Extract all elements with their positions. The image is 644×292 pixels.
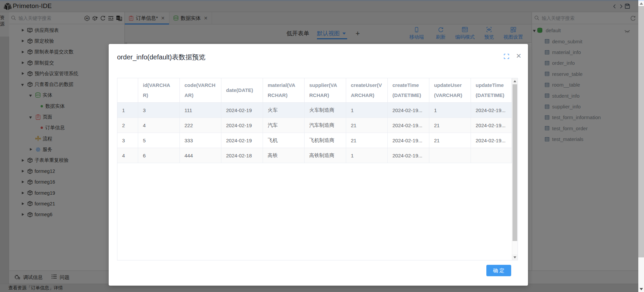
table-cell: 汽车	[263, 118, 305, 133]
scroll-down-icon[interactable]	[512, 254, 518, 260]
table-cell: 1	[429, 103, 471, 118]
scroll-up-icon[interactable]	[638, 1, 644, 6]
table-cell: 5	[138, 133, 180, 148]
table-cell: 21	[429, 118, 471, 133]
column-header[interactable]: createTime (DATETIME)	[388, 78, 429, 103]
table-cell	[429, 148, 471, 163]
table-row[interactable]: 242222024-02-19汽车汽车制造商212024-02-19...212…	[117, 118, 512, 133]
ok-button[interactable]: 确 定	[486, 265, 511, 276]
table-cell: 21	[429, 133, 471, 148]
table-scrollbar[interactable]	[512, 78, 518, 260]
table-cell: 2024-02-19...	[388, 148, 429, 163]
column-header[interactable]: updateUser (VARCHAR)	[429, 78, 471, 103]
column-header-label: updateUser (VARCHAR)	[434, 80, 462, 100]
table-cell: 2024-02-19	[221, 118, 263, 133]
dialog-title: order_info(default)表数据预览	[117, 53, 205, 62]
table-cell: 火车	[263, 103, 305, 118]
table-cell: 2024-02-19...	[471, 133, 512, 148]
scroll-down-icon[interactable]	[638, 286, 644, 292]
data-preview-dialog: order_info(default)表数据预览 × id(VARCHA R) …	[109, 44, 528, 286]
column-header-label: createUser(V ARCHAR)	[351, 80, 382, 100]
column-header-label: material(VA RCHAR)	[268, 80, 295, 100]
table-cell: 2024-02-18	[221, 148, 263, 163]
fullscreen-button[interactable]	[504, 54, 509, 60]
table-cell: 飞机制造商	[305, 133, 346, 148]
column-header[interactable]: createUser(V ARCHAR)	[346, 78, 388, 103]
table-cell: 2024-02-19	[221, 103, 263, 118]
table-cell: 21	[346, 118, 388, 133]
table-cell: 6	[138, 148, 180, 163]
close-icon[interactable]: ×	[516, 51, 521, 60]
table-cell: 高铁制造商	[305, 148, 346, 163]
scrollbar-thumb[interactable]	[513, 84, 517, 241]
table-cell: 4	[117, 148, 138, 163]
column-header[interactable]: date(DATE)	[221, 78, 263, 103]
fullscreen-icon	[504, 54, 509, 59]
table-cell: 3	[138, 103, 180, 118]
table-cell: 2	[117, 118, 138, 133]
table-cell: 1	[117, 103, 138, 118]
table-cell: 火车制造商	[305, 103, 346, 118]
table-row[interactable]: 131112024-02-19火车火车制造商12024-02-19...1202…	[117, 103, 512, 118]
table-cell: 21	[346, 133, 388, 148]
column-header[interactable]: updateTime (DATETIME)	[471, 78, 512, 103]
window-scrollbar[interactable]	[638, 0, 644, 292]
column-header-label: code(VARCH AR)	[184, 80, 215, 100]
table-cell: 2024-02-19...	[388, 133, 429, 148]
scroll-up-icon[interactable]	[512, 78, 518, 84]
column-header[interactable]: code(VARCH AR)	[180, 78, 221, 103]
table-cell: 2024-02-19...	[471, 118, 512, 133]
table-cell: 3	[117, 133, 138, 148]
column-header-label: id(VARCHA R)	[143, 80, 170, 100]
table-cell: 飞机	[263, 133, 305, 148]
table-cell: 111	[180, 103, 221, 118]
column-header-label: createTime (DATETIME)	[392, 80, 421, 100]
table-cell: 2024-02-19...	[471, 103, 512, 118]
table-cell: 222	[180, 118, 221, 133]
table-cell: 2024-02-19	[221, 133, 263, 148]
table-cell: 2024-02-19...	[388, 103, 429, 118]
dialog-header: order_info(default)表数据预览 ×	[109, 44, 528, 67]
table-cell: 4	[138, 118, 180, 133]
table-cell	[471, 148, 512, 163]
table-cell: 444	[180, 148, 221, 163]
column-header[interactable]: supplier(VA RCHAR)	[305, 78, 346, 103]
column-header[interactable]: id(VARCHA R)	[138, 78, 180, 103]
table-cell: 1	[346, 103, 388, 118]
column-header[interactable]: material(VA RCHAR)	[263, 78, 305, 103]
column-header-label: supplier(VA RCHAR)	[309, 80, 337, 100]
table-row[interactable]: 464442024-02-18高铁高铁制造商12024-02-19...	[117, 148, 512, 163]
table-cell: 1	[346, 148, 388, 163]
table-row[interactable]: 353332024-02-19飞机飞机制造商212024-02-19...212…	[117, 133, 512, 148]
data-preview-table: id(VARCHA R) code(VARCH AR) date(DATE) m…	[117, 78, 518, 260]
column-header-label: date(DATE)	[226, 85, 253, 95]
table-cell: 汽车制造商	[305, 118, 346, 133]
column-header[interactable]	[117, 78, 138, 103]
table-cell: 333	[180, 133, 221, 148]
scrollbar-thumb[interactable]	[638, 6, 644, 257]
table-cell: 高铁	[263, 148, 305, 163]
table-cell: 2024-02-19...	[388, 118, 429, 133]
table-grid: id(VARCHA R) code(VARCH AR) date(DATE) m…	[117, 78, 512, 163]
table-header-row: id(VARCHA R) code(VARCH AR) date(DATE) m…	[117, 78, 512, 103]
app-window: Primeton-IDE 资源 AI En 供应商报表 限定校验 限制表单提交次…	[0, 0, 644, 292]
column-header-label: updateTime (DATETIME)	[476, 80, 504, 100]
